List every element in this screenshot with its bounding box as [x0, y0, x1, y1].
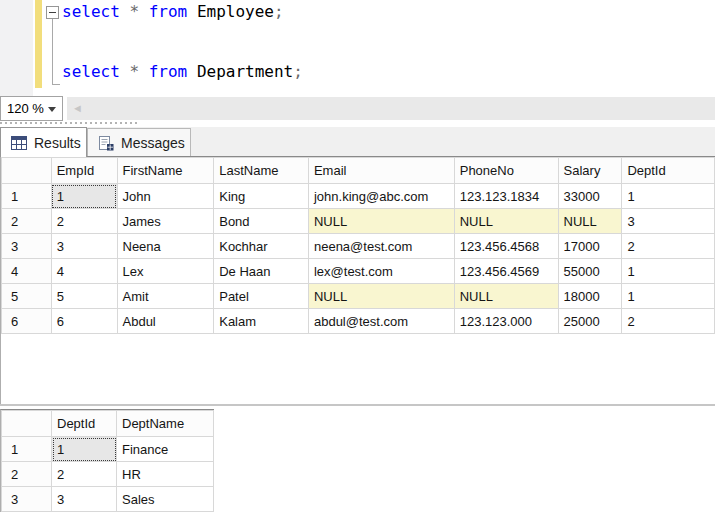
grid-corner-cell[interactable] [2, 158, 52, 184]
grid-cell[interactable]: 1 [622, 284, 715, 309]
column-header-empid[interactable]: EmpId [51, 158, 117, 184]
outline-guide-line [52, 19, 53, 84]
grid-cell[interactable]: 5 [51, 284, 117, 309]
grid-cell[interactable]: 123.456.4568 [454, 234, 558, 259]
column-header-deptid[interactable]: DeptId [52, 411, 117, 437]
code-token [120, 62, 130, 81]
grid-cell[interactable]: Patel [214, 284, 309, 309]
grid-cell[interactable]: 123.123.1834 [454, 184, 558, 209]
grid-cell[interactable]: NULL [454, 209, 558, 234]
grid-cell[interactable]: 123.123.000 [454, 309, 558, 334]
tab-results-label: Results [34, 135, 81, 151]
row-header[interactable]: 1 [2, 437, 52, 462]
grid-cell[interactable]: Neena [117, 234, 214, 259]
grid-cell[interactable]: James [117, 209, 214, 234]
grid-cell[interactable]: neena@test.com [308, 234, 454, 259]
grid-cell[interactable]: 1 [52, 437, 117, 462]
grid-cell[interactable]: john.king@abc.com [308, 184, 454, 209]
grid-cell[interactable]: 25000 [558, 309, 622, 334]
row-header[interactable]: 1 [2, 184, 52, 209]
column-header-salary[interactable]: Salary [558, 158, 622, 184]
grid-cell[interactable]: NULL [308, 209, 454, 234]
row-header[interactable]: 5 [2, 284, 52, 309]
grid-cell[interactable]: 18000 [558, 284, 622, 309]
grid-cell[interactable]: King [214, 184, 309, 209]
result-grids-splitter[interactable] [0, 404, 715, 406]
employee-results-grid: EmpIdFirstNameLastNameEmailPhoneNoSalary… [1, 157, 715, 334]
grid-cell[interactable]: 1 [51, 184, 117, 209]
grid-cell[interactable]: 2 [52, 462, 117, 487]
editor-line: select * from Department; [62, 62, 303, 82]
code-token: from [149, 62, 188, 81]
grid-cell[interactable]: 3 [622, 209, 715, 234]
grid-cell[interactable]: Finance [117, 437, 214, 462]
editor-horizontal-scrollbar[interactable]: ◄ [67, 97, 715, 120]
pane-splitter-grip[interactable] [0, 122, 138, 124]
table-row: 22HR [2, 462, 214, 487]
collapse-region-minus-icon[interactable] [46, 6, 59, 19]
grid-cell[interactable]: 17000 [558, 234, 622, 259]
column-header-deptid[interactable]: DeptId [622, 158, 715, 184]
grid-cell[interactable]: 33000 [558, 184, 622, 209]
grid-cell[interactable]: HR [117, 462, 214, 487]
grid-cell[interactable]: Kalam [214, 309, 309, 334]
column-header-firstname[interactable]: FirstName [117, 158, 214, 184]
messages-icon [98, 136, 114, 151]
grid-cell[interactable]: Lex [117, 259, 214, 284]
code-token: Department [197, 62, 293, 81]
code-token [139, 62, 149, 81]
table-row: 66AbdulKalamabdul@test.com123.123.000250… [2, 309, 715, 334]
grid-cell[interactable]: 2 [622, 309, 715, 334]
scroll-left-icon[interactable]: ◄ [72, 101, 83, 116]
grid-cell[interactable]: NULL [308, 284, 454, 309]
grid-cell[interactable]: abdul@test.com [308, 309, 454, 334]
column-header-deptname[interactable]: DeptName [117, 411, 214, 437]
table-row: 33NeenaKochharneena@test.com123.456.4568… [2, 234, 715, 259]
code-token: from [149, 2, 188, 21]
row-header[interactable]: 6 [2, 309, 52, 334]
grid-cell[interactable]: 2 [622, 234, 715, 259]
code-token: * [129, 2, 139, 21]
grid-cell[interactable]: 1 [622, 184, 715, 209]
grid-cell[interactable]: De Haan [214, 259, 309, 284]
row-header[interactable]: 3 [2, 234, 52, 259]
grid-cell[interactable]: Abdul [117, 309, 214, 334]
editor-code-area[interactable]: select * from Employee;select * from Dep… [62, 2, 303, 82]
tab-messages[interactable]: Messages [87, 128, 191, 157]
grid-cell[interactable]: Kochhar [214, 234, 309, 259]
column-header-phoneno[interactable]: PhoneNo [454, 158, 558, 184]
row-header[interactable]: 2 [2, 209, 52, 234]
grid-cell[interactable]: NULL [558, 209, 622, 234]
grid-cell[interactable]: NULL [454, 284, 558, 309]
code-token: ; [293, 62, 303, 81]
grid-cell[interactable]: 55000 [558, 259, 622, 284]
grid-cell[interactable]: Sales [117, 487, 214, 512]
column-header-email[interactable]: Email [308, 158, 454, 184]
grid-cell[interactable]: 123.456.4569 [454, 259, 558, 284]
grid-cell[interactable]: 3 [52, 487, 117, 512]
sql-editor-pane[interactable]: select * from Employee;select * from Dep… [0, 0, 715, 96]
grid-cell[interactable]: 4 [51, 259, 117, 284]
grid-cell[interactable]: 3 [51, 234, 117, 259]
grid-cell[interactable]: 1 [622, 259, 715, 284]
outline-guide-end [52, 84, 60, 85]
column-header-lastname[interactable]: LastName [214, 158, 309, 184]
grid-cell[interactable]: 2 [51, 209, 117, 234]
results-grid-icon [11, 136, 27, 150]
row-header[interactable]: 3 [2, 487, 52, 512]
code-token: Employee [197, 2, 274, 21]
chevron-down-icon [48, 107, 56, 112]
grid-cell[interactable]: lex@test.com [308, 259, 454, 284]
code-token [139, 2, 149, 21]
grid-cell[interactable]: John [117, 184, 214, 209]
tab-results[interactable]: Results [0, 127, 87, 157]
grid-cell[interactable]: Bond [214, 209, 309, 234]
table-row: 44LexDe Haanlex@test.com123.456.45695500… [2, 259, 715, 284]
row-header[interactable]: 4 [2, 259, 52, 284]
row-header[interactable]: 2 [2, 462, 52, 487]
editor-zoom-select[interactable]: 120 % [0, 96, 63, 121]
grid-cell[interactable]: 6 [51, 309, 117, 334]
code-token [187, 62, 197, 81]
grid-cell[interactable]: Amit [117, 284, 214, 309]
grid-corner-cell[interactable] [2, 411, 52, 437]
